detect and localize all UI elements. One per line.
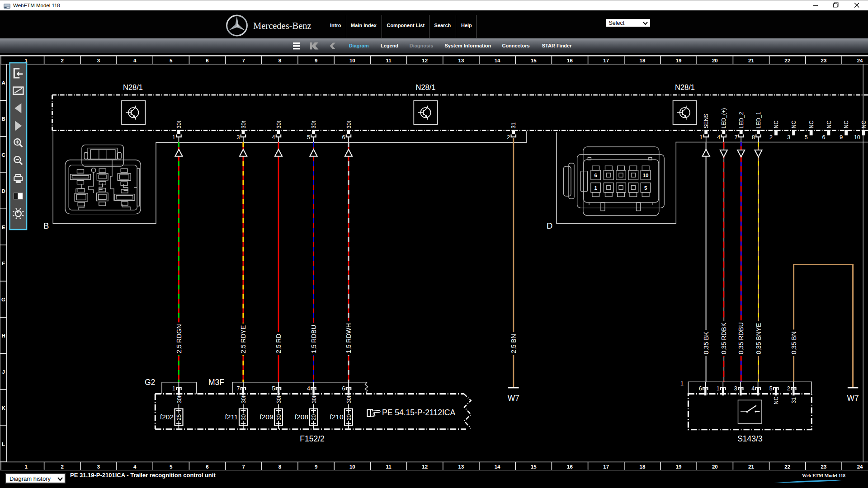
svg-text:H: H — [1, 333, 5, 338]
svg-text:2: 2 — [769, 134, 773, 141]
svg-text:f202: f202 — [160, 413, 174, 421]
svg-text:16: 16 — [567, 464, 573, 469]
svg-text:N28/1: N28/1 — [675, 83, 695, 91]
svg-text:22: 22 — [784, 58, 790, 63]
svg-text:30t: 30t — [346, 395, 352, 403]
svg-text:1: 1 — [24, 464, 28, 469]
svg-text:0,35 BNYE: 0,35 BNYE — [755, 323, 762, 354]
svg-text:20: 20 — [712, 464, 718, 469]
svg-text:NC: NC — [843, 121, 849, 129]
svg-text:20: 20 — [346, 414, 352, 421]
svg-text:NC: NC — [791, 121, 797, 129]
svg-text:16: 16 — [567, 58, 573, 63]
svg-text:1: 1 — [594, 185, 597, 191]
svg-text:7: 7 — [735, 134, 738, 141]
svg-text:C: C — [1, 152, 5, 158]
svg-text:15: 15 — [531, 464, 537, 469]
svg-text:18: 18 — [640, 58, 646, 63]
svg-text:2: 2 — [507, 134, 510, 141]
svg-text:9: 9 — [840, 134, 843, 141]
svg-text:NC: NC — [826, 121, 832, 129]
svg-text:5: 5 — [805, 134, 808, 141]
svg-text:30t: 30t — [346, 121, 352, 128]
svg-text:PE 54.15-P-2112ICA: PE 54.15-P-2112ICA — [382, 408, 455, 417]
svg-text:30: 30 — [241, 414, 247, 421]
svg-text:30t: 30t — [311, 121, 317, 128]
svg-text:G: G — [1, 297, 5, 302]
svg-text:30t: 30t — [276, 121, 282, 128]
svg-text:K: K — [1, 405, 5, 411]
svg-text:B: B — [1, 116, 5, 122]
svg-text:1: 1 — [172, 134, 175, 141]
svg-text:13: 13 — [458, 464, 464, 469]
svg-text:7: 7 — [237, 385, 240, 392]
svg-text:6: 6 — [206, 464, 208, 469]
svg-text:1: 1 — [680, 380, 684, 387]
svg-text:12: 12 — [422, 58, 428, 63]
svg-text:G2: G2 — [145, 378, 155, 387]
svg-text:4: 4 — [133, 464, 137, 469]
svg-text:6: 6 — [206, 58, 208, 63]
svg-text:30t: 30t — [176, 395, 183, 403]
svg-text:LED_(+): LED_(+) — [721, 108, 727, 128]
svg-text:3: 3 — [97, 464, 100, 469]
svg-text:21: 21 — [748, 58, 754, 63]
svg-text:LED_2: LED_2 — [738, 112, 745, 128]
svg-text:20: 20 — [311, 414, 317, 421]
svg-text:30t: 30t — [241, 121, 247, 128]
svg-text:NC: NC — [773, 121, 779, 129]
svg-text:12: 12 — [422, 464, 428, 469]
svg-text:0,35 RDBU: 0,35 RDBU — [737, 322, 745, 354]
svg-text:9: 9 — [315, 464, 317, 469]
svg-text:2,5 RDYE: 2,5 RDYE — [240, 325, 247, 353]
svg-text:J: J — [2, 369, 5, 375]
svg-text:6: 6 — [699, 385, 702, 392]
svg-text:20: 20 — [712, 58, 718, 63]
svg-text:18: 18 — [640, 464, 646, 469]
svg-text:6: 6 — [342, 385, 345, 392]
svg-text:4: 4 — [717, 134, 720, 141]
svg-text:W7: W7 — [508, 394, 519, 403]
svg-text:21: 21 — [748, 464, 754, 469]
svg-text:5: 5 — [170, 464, 173, 469]
svg-text:5: 5 — [769, 385, 773, 392]
svg-text:S143/3: S143/3 — [737, 434, 762, 443]
svg-text:30t: 30t — [311, 395, 317, 403]
svg-text:2,5 BN: 2,5 BN — [510, 334, 517, 353]
svg-text:E: E — [2, 225, 5, 230]
svg-text:15: 15 — [531, 58, 537, 63]
svg-text:M3F: M3F — [208, 378, 224, 387]
svg-text:8: 8 — [752, 134, 755, 141]
svg-text:8: 8 — [278, 464, 282, 469]
svg-text:LED_1: LED_1 — [755, 112, 762, 128]
svg-text:19: 19 — [676, 464, 682, 469]
svg-text:11: 11 — [386, 464, 392, 469]
svg-text:24: 24 — [857, 464, 863, 469]
svg-text:4: 4 — [307, 385, 310, 392]
svg-text:1: 1 — [699, 134, 703, 141]
svg-text:30: 30 — [276, 414, 282, 421]
svg-text:10: 10 — [349, 464, 355, 469]
svg-text:25: 25 — [176, 414, 182, 421]
svg-text:f210: f210 — [330, 413, 344, 421]
svg-text:5: 5 — [272, 385, 275, 392]
svg-text:2,5 RDGN: 2,5 RDGN — [175, 324, 183, 353]
svg-text:7: 7 — [242, 58, 245, 63]
svg-text:6: 6 — [594, 173, 597, 178]
svg-text:4: 4 — [133, 58, 137, 63]
svg-text:30t: 30t — [176, 121, 182, 128]
svg-text:4: 4 — [751, 385, 755, 392]
svg-text:f211: f211 — [225, 413, 238, 421]
svg-text:1: 1 — [172, 385, 175, 392]
svg-text:23: 23 — [821, 58, 827, 63]
svg-text:0,35 RDBK: 0,35 RDBK — [720, 322, 727, 354]
svg-text:L: L — [2, 441, 5, 447]
svg-text:3: 3 — [237, 134, 240, 141]
svg-text:N28/1: N28/1 — [123, 83, 143, 91]
svg-text:f209: f209 — [259, 413, 273, 421]
svg-text:30t: 30t — [276, 395, 282, 403]
svg-text:10: 10 — [349, 58, 355, 63]
svg-text:22: 22 — [784, 464, 790, 469]
svg-text:7: 7 — [242, 464, 245, 469]
svg-text:5: 5 — [307, 134, 310, 141]
